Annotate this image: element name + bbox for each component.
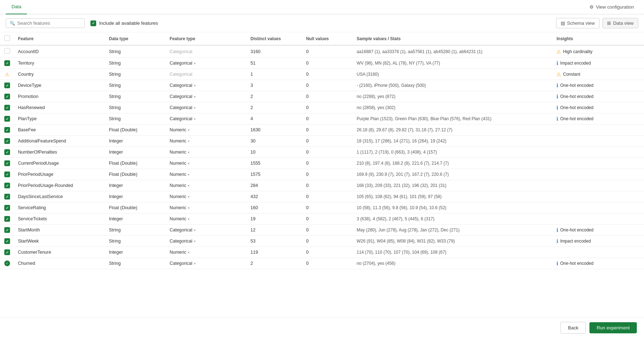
- datatype-value: String: [109, 83, 121, 88]
- view-config-button[interactable]: ⚙ View configuration: [585, 2, 638, 12]
- search-box[interactable]: 🔍: [6, 18, 85, 28]
- datatype-value: Integer: [109, 150, 123, 155]
- table-row: StartWeek String Categorical ▾ 53 0 W26 …: [0, 236, 644, 247]
- chevron-down-icon: ▾: [188, 161, 190, 165]
- distinct-cell: 1: [247, 69, 303, 80]
- distinct-cell: 4: [247, 113, 303, 125]
- feature-type-select[interactable]: Numeric ▾: [169, 194, 243, 199]
- row-checkbox[interactable]: [4, 227, 10, 233]
- sample-value: aa16887 (1), aa33376 (1), aa57561 (1), a…: [356, 49, 482, 54]
- row-checkbox[interactable]: [4, 172, 10, 177]
- row-checkbox[interactable]: [4, 160, 10, 166]
- featuretype-cell: Categorical ▾: [166, 236, 247, 247]
- data-view-button[interactable]: ⊞ Data view: [602, 18, 638, 28]
- feature-type-select[interactable]: Categorical ▾: [169, 227, 243, 233]
- feature-type-value: Numeric: [169, 150, 186, 155]
- sample-value: 10 (58), 11.3 (56), 9.8 (56), 10.9 (54),…: [356, 205, 446, 210]
- checkbox-cell: [0, 236, 14, 247]
- distinct-cell: 3: [247, 80, 303, 91]
- schema-view-button[interactable]: ▤ Schema view: [556, 18, 599, 28]
- distinct-value: 160: [251, 205, 258, 210]
- run-experiment-button[interactable]: Run experiment: [589, 322, 637, 324]
- chevron-down-icon: ▾: [188, 195, 190, 199]
- feature-type-select[interactable]: Numeric ▾: [169, 172, 243, 177]
- chevron-down-icon: ▾: [188, 139, 190, 143]
- feature-type-select[interactable]: Categorical ▾: [169, 83, 243, 88]
- distinct-cell: 3160: [247, 45, 303, 58]
- distinct-value: 53: [251, 239, 256, 244]
- feature-type-select[interactable]: Categorical ▾: [169, 61, 243, 66]
- distinct-value: 3: [251, 83, 253, 88]
- table-row: NumberOfPenalties Integer Numeric ▾ 10 0…: [0, 147, 644, 158]
- info-icon: ℹ: [556, 238, 558, 244]
- target-checkbox[interactable]: ✓: [4, 260, 10, 266]
- feature-type-select[interactable]: Numeric ▾: [169, 139, 243, 144]
- sample-cell: 3 (638), 4 (582), 2 (467), 5 (445), 6 (3…: [353, 213, 553, 225]
- include-all-checkbox[interactable]: [90, 20, 96, 26]
- row-checkbox[interactable]: [4, 238, 10, 244]
- datatype-cell: Float (Double): [105, 202, 166, 213]
- feature-type-select[interactable]: Categorical ▾: [169, 239, 243, 244]
- row-checkbox[interactable]: [4, 183, 10, 188]
- features-table: Feature Data type Feature type Distinct …: [0, 32, 644, 269]
- null-cell: 0: [303, 258, 353, 269]
- search-input[interactable]: [17, 20, 81, 26]
- datatype-value: Float (Double): [109, 127, 137, 132]
- distinct-cell: 19: [247, 213, 303, 225]
- featuretype-cell: Categorical ▾: [166, 113, 247, 125]
- feature-type-select[interactable]: Categorical ▾: [169, 105, 243, 110]
- feature-type-select[interactable]: Numeric ▾: [169, 205, 243, 210]
- feature-name: HasRenewed: [18, 105, 45, 110]
- datatype-value: String: [109, 239, 121, 244]
- checkbox-cell: [0, 45, 14, 58]
- header-datatype: Data type: [105, 32, 166, 45]
- feature-type-select[interactable]: Numeric ▾: [169, 150, 243, 155]
- insight-label: One-hot encoded: [560, 83, 593, 88]
- header-checkbox[interactable]: [4, 35, 10, 41]
- feature-cell: ServiceRating: [14, 202, 105, 213]
- chevron-down-icon: ▾: [194, 84, 196, 88]
- feature-type-select[interactable]: Numeric ▾: [169, 127, 243, 132]
- row-checkbox[interactable]: [4, 138, 10, 144]
- sample-cell: 210 (8), 197.4 (8), 188.2 (8), 221.6 (7)…: [353, 158, 553, 169]
- featuretype-cell: Numeric ▾: [166, 158, 247, 169]
- datatype-cell: Integer: [105, 147, 166, 158]
- tab-data[interactable]: Data: [6, 0, 27, 14]
- feature-type-select[interactable]: Categorical ▾: [169, 261, 243, 266]
- feature-type-select[interactable]: Numeric ▾: [169, 161, 243, 166]
- feature-name: BaseFee: [18, 127, 36, 132]
- sample-value: 3 (638), 4 (582), 2 (467), 5 (445), 6 (3…: [356, 216, 434, 221]
- distinct-value: 12: [251, 227, 256, 233]
- feature-type-select[interactable]: Numeric ▾: [169, 216, 243, 221]
- feature-type-select[interactable]: Categorical ▾: [169, 116, 243, 121]
- sample-cell: aa16887 (1), aa33376 (1), aa57561 (1), a…: [353, 45, 553, 58]
- distinct-cell: 1630: [247, 125, 303, 136]
- row-checkbox[interactable]: [4, 149, 10, 155]
- row-checkbox[interactable]: [4, 94, 10, 99]
- feature-type-select[interactable]: Categorical ▾: [169, 94, 243, 99]
- sample-value: Purple Plan (1523), Green Plan (630), Bl…: [356, 116, 491, 121]
- feature-type-select[interactable]: Numeric ▾: [169, 250, 243, 255]
- distinct-cell: 51: [247, 58, 303, 69]
- row-checkbox[interactable]: [4, 216, 10, 222]
- row-checkbox[interactable]: [4, 105, 10, 111]
- sample-cell: 18 (315), 17 (286), 14 (271), 16 (264), …: [353, 136, 553, 147]
- distinct-value: 1: [251, 72, 253, 77]
- row-checkbox[interactable]: [4, 127, 10, 133]
- row-checkbox[interactable]: [4, 48, 10, 54]
- featuretype-cell: Numeric ▾: [166, 202, 247, 213]
- feature-cell: AccountID: [14, 45, 105, 58]
- row-checkbox[interactable]: [4, 205, 10, 211]
- row-checkbox[interactable]: [4, 116, 10, 122]
- row-checkbox[interactable]: [4, 194, 10, 199]
- null-cell: 0: [303, 125, 353, 136]
- distinct-cell: 1575: [247, 169, 303, 180]
- header-feature: Feature: [14, 32, 105, 45]
- distinct-value: 1575: [251, 172, 261, 177]
- row-checkbox[interactable]: [4, 60, 10, 66]
- table-row: StartMonth String Categorical ▾ 12 0 May…: [0, 225, 644, 236]
- back-button[interactable]: Back: [560, 322, 586, 324]
- row-checkbox[interactable]: [4, 83, 10, 88]
- row-checkbox[interactable]: [4, 249, 10, 255]
- feature-type-select[interactable]: Numeric ▾: [169, 183, 243, 188]
